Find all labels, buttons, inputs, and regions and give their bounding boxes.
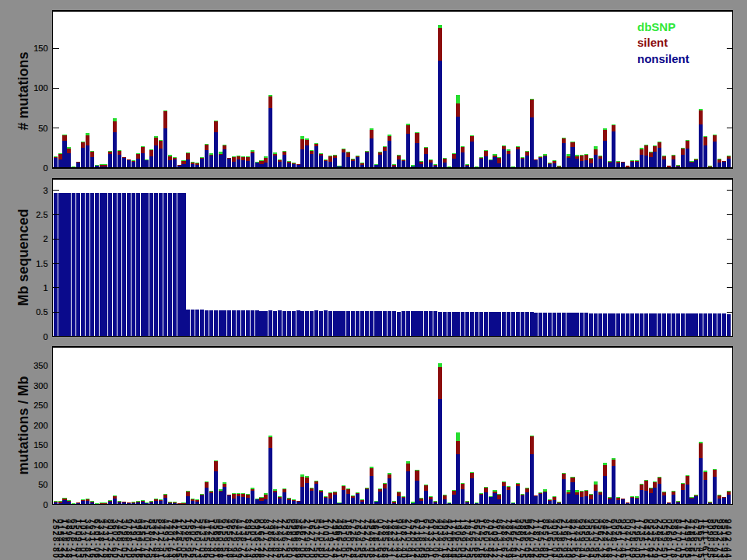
svg-text:200: 200 <box>33 421 47 430</box>
svg-text:100: 100 <box>33 460 47 470</box>
svg-text:mutations / Mb: mutations / Mb <box>16 376 31 475</box>
svg-text:9402-44-OP: 9402-44-OP <box>724 519 732 560</box>
svg-text:2: 2 <box>43 234 47 243</box>
svg-text:1.5: 1.5 <box>36 259 47 268</box>
svg-text:0.5: 0.5 <box>36 307 47 317</box>
svg-text:0: 0 <box>43 163 47 173</box>
svg-text:0: 0 <box>43 332 47 341</box>
svg-text:100: 100 <box>33 83 47 93</box>
svg-text:150: 150 <box>33 44 47 53</box>
svg-text:1: 1 <box>43 283 47 292</box>
svg-text:50: 50 <box>38 480 47 489</box>
svg-text:silent: silent <box>637 36 668 49</box>
svg-text:50: 50 <box>38 124 47 133</box>
svg-text:dbSNP: dbSNP <box>637 20 675 33</box>
svg-text:250: 250 <box>33 401 47 410</box>
svg-text:3: 3 <box>43 186 47 195</box>
svg-text:150: 150 <box>33 440 47 450</box>
svg-text:0: 0 <box>43 500 47 509</box>
svg-text:nonsilent: nonsilent <box>637 52 689 65</box>
svg-text:350: 350 <box>33 361 47 370</box>
svg-text:300: 300 <box>33 381 47 390</box>
svg-text:# mutations: # mutations <box>16 51 31 130</box>
svg-text:2.5: 2.5 <box>36 210 47 219</box>
svg-text:Mb sequenced: Mb sequenced <box>16 208 31 306</box>
